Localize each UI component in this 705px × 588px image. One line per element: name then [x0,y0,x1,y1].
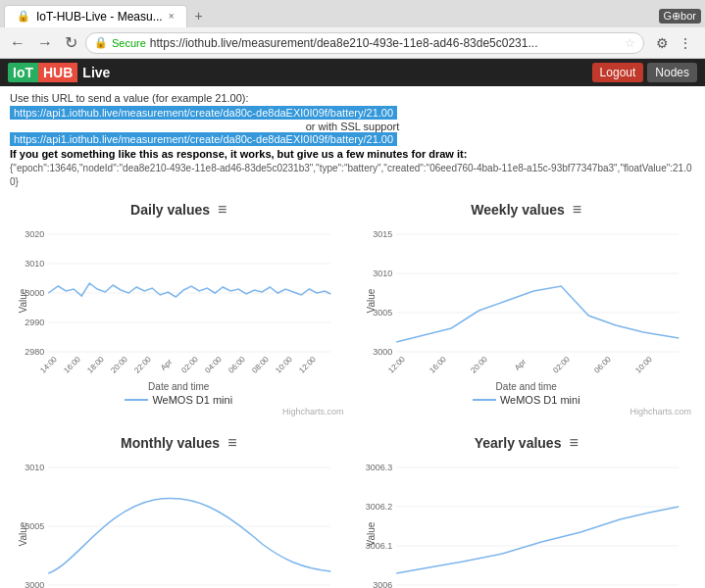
monthly-chart-svg: 3010 3005 3000 Value 10:00 12:00 14:00 1… [14,456,344,588]
daily-chart-title-row: Daily values ≡ [14,201,344,219]
weekly-x-label: Date and time [362,381,692,392]
menu-icon[interactable]: ⋮ [676,33,695,53]
svg-text:06:00: 06:00 [592,355,613,375]
address-text: https://iothub.live/measurement/dea8e210… [150,36,621,50]
back-button[interactable]: ← [6,32,29,54]
active-tab[interactable]: 🔒 IoT-HUB-Live - Measu... × [4,5,187,27]
daily-highcharts-credit: Highcharts.com [14,407,344,416]
ssl-url-link[interactable]: https://api1.iothub.live/measurement/cre… [10,132,397,146]
tab-favicon: 🔒 [17,10,30,23]
daily-legend-line [125,399,148,401]
weekly-chart-container: Weekly values ≡ 3015 3010 3005 3000 Valu… [358,197,696,420]
toolbar-icons: ⚙ ⋮ [648,33,699,53]
url-instruction: Use this URL to send a value (for exampl… [10,92,695,104]
yearly-chart-menu-icon[interactable]: ≡ [569,434,578,452]
weekly-legend-text: WeMOS D1 mini [500,394,580,406]
daily-legend: WeMOS D1 mini [14,394,344,406]
svg-text:18:00: 18:00 [85,355,106,375]
svg-text:3006: 3006 [373,580,392,588]
svg-text:16:00: 16:00 [428,355,448,375]
svg-text:10:00: 10:00 [274,355,294,375]
nodes-button[interactable]: Nodes [647,63,697,82]
extensions-icon[interactable]: ⚙ [652,33,672,53]
svg-text:12:00: 12:00 [297,355,318,375]
svg-text:3000: 3000 [373,347,392,357]
svg-text:2980: 2980 [25,347,44,357]
svg-text:Value: Value [366,288,377,313]
daily-chart-menu-icon[interactable]: ≡ [218,201,227,219]
svg-text:14:00: 14:00 [38,355,59,375]
secure-label: Secure [112,37,146,49]
yearly-chart-area: 3006.3 3006.2 3006.1 3006 Value 26. 02.A… [362,456,692,588]
logo-hub: HUB [38,63,77,82]
yearly-chart-container: Yearly values ≡ 3006.3 3006.2 3006.1 300… [358,430,696,588]
instruction-text: Use this URL to send a value (for exampl… [10,92,249,104]
response-example: {"epoch":13646,"nodeId":"dea8e210-493e-1… [10,162,695,189]
monthly-chart-container: Monthly values ≡ 3010 3005 3000 Value 10… [10,430,348,588]
header-buttons: Logout Nodes [592,63,697,82]
svg-text:16:00: 16:00 [62,355,82,375]
monthly-chart-menu-icon[interactable]: ≡ [227,434,236,452]
svg-text:3010: 3010 [373,269,392,278]
svg-text:08:00: 08:00 [250,355,271,375]
address-bar: ← → ↻ 🔒 Secure https://iothub.live/measu… [0,27,705,58]
daily-chart-svg: 3020 3010 3000 2990 2980 Value [14,222,344,379]
ssl-note: or with SSL support [10,121,695,132]
svg-text:Apr: Apr [513,358,528,372]
svg-text:3020: 3020 [25,229,44,239]
logout-button[interactable]: Logout [592,63,644,82]
yearly-chart-title: Yearly values [475,435,562,451]
daily-chart-title: Daily values [130,202,210,218]
app-header: IoT HUB Live Logout Nodes [0,59,705,86]
logo-live: Live [77,63,115,82]
svg-text:2990: 2990 [25,318,44,327]
monthly-chart-area: 3010 3005 3000 Value 10:00 12:00 14:00 1… [14,456,344,588]
svg-text:3010: 3010 [25,463,44,472]
svg-text:3010: 3010 [25,259,44,269]
logo-iot: IoT [8,63,38,82]
weekly-highcharts-credit: Highcharts.com [362,407,692,416]
svg-text:Value: Value [18,521,28,546]
svg-text:3015: 3015 [373,229,392,239]
svg-text:22:00: 22:00 [132,355,153,375]
secure-icon: 🔒 [94,36,108,49]
browser-chrome: 🔒 IoT-HUB-Live - Measu... × + G⊕bor ← → … [0,0,705,59]
svg-text:12:00: 12:00 [386,355,407,375]
daily-legend-text: WeMOS D1 mini [152,394,232,406]
yearly-chart-svg: 3006.3 3006.2 3006.1 3006 Value 26. 02.A… [362,456,692,588]
svg-text:Value: Value [18,288,28,313]
svg-text:02:00: 02:00 [179,355,200,375]
forward-button[interactable]: → [33,32,57,54]
charts-grid: Daily values ≡ 3020 3010 3000 2990 2980 … [10,197,695,588]
yearly-chart-title-row: Yearly values ≡ [362,434,692,452]
logo: IoT HUB Live [8,63,115,82]
svg-text:20:00: 20:00 [109,355,129,375]
api-url-link[interactable]: https://api1.iothub.live/measurement/cre… [10,106,397,120]
response-bold-text: If you get something like this as respon… [10,148,695,160]
daily-x-label: Date and time [14,381,344,392]
reload-button[interactable]: ↻ [61,31,81,54]
weekly-legend: WeMOS D1 mini [362,394,692,406]
svg-text:3000: 3000 [25,580,44,588]
user-badge: G⊕bor [659,9,701,24]
svg-text:04:00: 04:00 [203,355,224,375]
daily-chart-area: 3020 3010 3000 2990 2980 Value [14,222,344,379]
svg-text:06:00: 06:00 [227,355,247,375]
new-tab-button[interactable]: + [187,4,211,27]
svg-text:3006.2: 3006.2 [365,502,392,512]
content-area: Use this URL to send a value (for exampl… [0,86,705,588]
weekly-chart-area: 3015 3010 3005 3000 Value 12:00 16:00 20… [362,222,692,379]
monthly-chart-title: Monthly values [121,435,220,451]
svg-text:Value: Value [366,521,377,546]
weekly-chart-menu-icon[interactable]: ≡ [573,201,581,219]
tab-title: IoT-HUB-Live - Measu... [36,10,163,24]
bookmark-icon[interactable]: ☆ [625,36,635,50]
weekly-legend-line [473,399,496,401]
tab-close-button[interactable]: × [169,11,175,22]
weekly-chart-title: Weekly values [471,202,564,218]
daily-chart-container: Daily values ≡ 3020 3010 3000 2990 2980 … [10,197,348,420]
weekly-chart-svg: 3015 3010 3005 3000 Value 12:00 16:00 20… [362,222,692,379]
tab-bar: 🔒 IoT-HUB-Live - Measu... × + G⊕bor [0,0,705,27]
svg-text:02:00: 02:00 [551,355,572,375]
address-field[interactable]: 🔒 Secure https://iothub.live/measurement… [85,32,644,54]
